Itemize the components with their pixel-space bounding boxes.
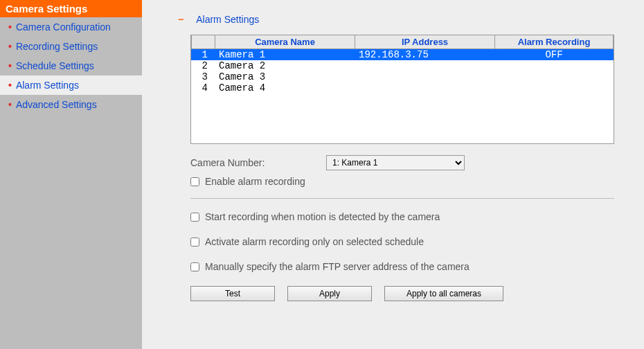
sidebar-item-advanced-settings[interactable]: • Advanced Settings: [0, 95, 142, 114]
column-header-number: [191, 35, 215, 49]
cell-alarm: OFF: [494, 49, 614, 60]
collapse-icon[interactable]: −: [178, 14, 184, 25]
sidebar-item-label: Recording Settings: [16, 41, 98, 52]
cell-ip: [355, 60, 494, 71]
enable-alarm-row: Enable alarm recording: [190, 176, 623, 187]
sidebar-header: Camera Settings: [0, 0, 142, 17]
button-row: Test Apply Apply to all cameras: [190, 286, 623, 301]
bullet-icon: •: [8, 60, 12, 71]
manual-ftp-checkbox[interactable]: [190, 262, 199, 271]
column-header-alarm: Alarm Recording: [494, 35, 614, 49]
camera-number-label: Camera Number:: [190, 157, 326, 168]
activate-schedule-label: Activate alarm recording only on selecte…: [205, 236, 424, 247]
table-row[interactable]: 4 Camera 4: [191, 82, 614, 93]
table-row[interactable]: 1 Kamera 1 192.168.3.75 OFF: [191, 49, 614, 60]
sidebar-item-label: Advanced Settings: [16, 99, 97, 110]
cell-alarm: [494, 82, 614, 93]
sidebar-item-label: Camera Configuration: [16, 21, 111, 33]
manual-ftp-row: Manually specify the alarm FTP server ad…: [190, 261, 623, 272]
sidebar-item-camera-configuration[interactable]: • Camera Configuration: [0, 17, 142, 37]
table-row[interactable]: 3 Camera 3: [191, 71, 614, 82]
bullet-icon: •: [8, 80, 12, 91]
start-recording-row: Start recording when motion is detected …: [190, 211, 623, 222]
camera-table: Camera Name IP Address Alarm Recording 1…: [190, 35, 614, 144]
cell-number: 4: [191, 82, 215, 93]
apply-all-button[interactable]: Apply to all cameras: [384, 286, 503, 301]
cell-alarm: [494, 71, 614, 82]
cell-number: 2: [191, 60, 215, 71]
sidebar-item-recording-settings[interactable]: • Recording Settings: [0, 37, 142, 56]
test-button[interactable]: Test: [190, 286, 275, 301]
activate-schedule-row: Activate alarm recording only on selecte…: [190, 236, 623, 247]
start-recording-label: Start recording when motion is detected …: [205, 211, 440, 222]
table-body: 1 Kamera 1 192.168.3.75 OFF 2 Camera 2 3…: [191, 49, 614, 143]
cell-number: 1: [191, 49, 215, 60]
section-title: − Alarm Settings: [178, 14, 623, 25]
sidebar-item-label: Schedule Settings: [16, 60, 94, 71]
bullet-icon: •: [8, 99, 12, 110]
column-header-ip: IP Address: [355, 35, 494, 49]
manual-ftp-label: Manually specify the alarm FTP server ad…: [205, 261, 469, 272]
cell-alarm: [494, 60, 614, 71]
start-recording-checkbox[interactable]: [190, 213, 199, 222]
activate-schedule-checkbox[interactable]: [190, 238, 199, 247]
table-header: Camera Name IP Address Alarm Recording: [191, 35, 614, 49]
main-panel: − Alarm Settings Camera Name IP Address …: [157, 0, 644, 349]
enable-alarm-checkbox[interactable]: [190, 177, 199, 186]
table-row[interactable]: 2 Camera 2: [191, 60, 614, 71]
enable-alarm-label: Enable alarm recording: [205, 176, 305, 187]
sidebar-item-schedule-settings[interactable]: • Schedule Settings: [0, 56, 142, 75]
camera-number-row: Camera Number: 1: Kamera 1: [190, 155, 623, 170]
bullet-icon: •: [8, 41, 12, 52]
sidebar-item-alarm-settings[interactable]: • Alarm Settings: [0, 75, 142, 95]
cell-ip: 192.168.3.75: [355, 49, 494, 60]
section-title-text: Alarm Settings: [196, 14, 259, 25]
apply-button[interactable]: Apply: [287, 286, 372, 301]
cell-name: Camera 3: [215, 71, 355, 82]
sidebar: Camera Settings • Camera Configuration •…: [0, 0, 142, 349]
cell-name: Camera 4: [215, 82, 355, 93]
sidebar-scrollbar-gap: [142, 0, 157, 349]
divider: [190, 198, 614, 199]
cell-name: Kamera 1: [215, 49, 355, 60]
column-header-name: Camera Name: [215, 35, 355, 49]
cell-ip: [355, 71, 494, 82]
cell-ip: [355, 82, 494, 93]
form-section: Camera Number: 1: Kamera 1 Enable alarm …: [190, 155, 623, 301]
camera-number-select[interactable]: 1: Kamera 1: [326, 155, 465, 170]
cell-number: 3: [191, 71, 215, 82]
sidebar-item-label: Alarm Settings: [16, 80, 79, 91]
bullet-icon: •: [8, 21, 12, 33]
cell-name: Camera 2: [215, 60, 355, 71]
